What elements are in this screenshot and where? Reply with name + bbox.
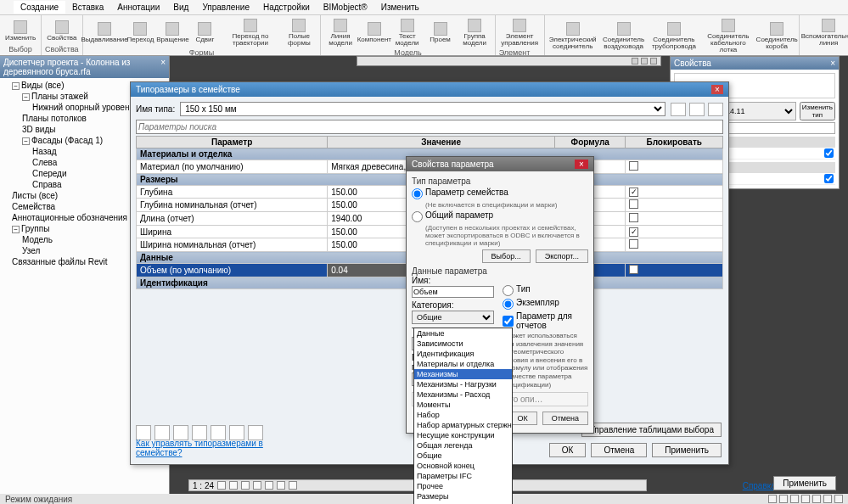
instance-radio[interactable] <box>503 299 514 310</box>
icon[interactable] <box>632 58 638 64</box>
detail-level-icon[interactable] <box>217 481 226 490</box>
ribbon-элемент-управления[interactable]: Элемент управления <box>499 17 541 48</box>
ribbon-выдавливание[interactable]: Выдавливание <box>87 20 123 45</box>
dropdown-option[interactable]: Данные <box>414 328 512 339</box>
cancel-button[interactable]: Отмена <box>542 412 588 425</box>
tab-create[interactable]: Создание <box>14 1 65 14</box>
discipline-select[interactable]: Общие <box>412 311 494 324</box>
visual-style-icon[interactable] <box>229 481 238 490</box>
dropdown-option[interactable]: Основной конец <box>414 461 512 471</box>
col-formula[interactable]: Формула <box>555 137 626 148</box>
dropdown-option[interactable]: Механизмы <box>414 369 512 379</box>
dropdown-option[interactable]: Размеры <box>414 491 512 501</box>
type-radio[interactable] <box>503 285 514 296</box>
col-param[interactable]: Параметр <box>137 137 328 148</box>
ribbon-полые-формы[interactable]: Полые формы <box>282 17 317 48</box>
ribbon-вращение[interactable]: Вращение <box>158 20 187 45</box>
zoom-icon[interactable] <box>834 495 843 503</box>
dropdown-option[interactable]: Механизмы - Расход <box>414 389 512 400</box>
edit-type-button[interactable]: Изменить тип <box>800 102 835 120</box>
show-crop-icon[interactable] <box>277 481 285 490</box>
type-name-label: Имя типа: <box>136 104 175 114</box>
tab-bimobject[interactable]: BIMobject® <box>317 1 374 14</box>
status-text: Режим ожидания <box>5 495 72 504</box>
dropdown-option[interactable]: Несущие конструкции <box>414 430 512 440</box>
lock-icon[interactable] <box>289 481 297 490</box>
select-button[interactable]: Выбор... <box>482 249 531 263</box>
view-tab-bar <box>357 56 661 66</box>
ribbon-группа-модели[interactable]: Группа модели <box>458 17 491 48</box>
icon[interactable] <box>650 58 657 64</box>
ribbon-проем[interactable]: Проем <box>426 20 455 45</box>
tab-manage[interactable]: Управление <box>195 1 256 14</box>
ribbon-соединитель-кабельного-лотка[interactable]: Соединитель кабельного лотка <box>701 17 755 55</box>
help-link[interactable]: Как управлять типоразмерами в семействе? <box>136 439 263 457</box>
scale-label[interactable]: 1 : 24 <box>193 481 214 490</box>
tab-addins[interactable]: Надстройки <box>256 1 317 14</box>
select-pinned-icon[interactable] <box>790 495 799 503</box>
dropdown-option[interactable]: Общая легенда <box>414 440 512 451</box>
ribbon-электрический-соединитель[interactable]: Электрический соединитель <box>548 20 598 52</box>
dropdown-option[interactable]: Механизмы - Нагрузки <box>414 379 512 389</box>
properties-apply-button[interactable]: Применить <box>773 476 836 490</box>
param-search-input[interactable] <box>136 120 723 134</box>
tab-view[interactable]: Вид <box>166 1 195 14</box>
close-icon[interactable]: × <box>160 58 166 76</box>
export-button[interactable]: Экспорт... <box>536 249 588 263</box>
select-underlay-icon[interactable] <box>779 495 788 503</box>
new-type-icon[interactable] <box>671 103 686 116</box>
col-value[interactable]: Значение <box>328 137 555 148</box>
ribbon-вспомогательная-линия[interactable]: Вспомогательная линия <box>803 17 848 48</box>
apply-button[interactable]: Применить <box>652 443 722 457</box>
close-icon[interactable]: × <box>711 85 723 94</box>
ok-button[interactable]: ОК <box>549 443 587 457</box>
select-link-icon[interactable] <box>768 495 777 503</box>
grouping-dropdown[interactable]: ДанныеЗависимостиИдентификацияМатериалы … <box>413 328 513 504</box>
tab-modify[interactable]: Изменить <box>374 1 426 14</box>
ribbon-соединитель-короба[interactable]: Соединитель короба <box>758 20 795 52</box>
dropdown-option[interactable]: Общие <box>414 451 512 461</box>
ribbon-соединитель-воздуховода[interactable]: Соединитель воздуховода <box>601 20 647 52</box>
select-face-icon[interactable] <box>801 495 810 503</box>
delete-type-icon[interactable] <box>708 103 723 116</box>
ribbon-переход-по-траектории[interactable]: Переход по траектории <box>222 17 278 48</box>
ribbon-компонент[interactable]: Компонент <box>360 20 389 45</box>
rename-type-icon[interactable] <box>689 103 705 116</box>
dropdown-option[interactable]: Моменты <box>414 400 512 410</box>
ribbon-линия-модели[interactable]: Линия модели <box>324 17 357 48</box>
dropdown-option[interactable]: Зависимости <box>414 339 512 349</box>
ribbon-соединитель-трубопровода[interactable]: Соединитель трубопровода <box>650 20 699 52</box>
reporting-check[interactable] <box>503 316 514 327</box>
filter-icon[interactable] <box>823 495 832 503</box>
shared-param-radio[interactable] <box>412 211 423 222</box>
ribbon-изменить[interactable]: Изменить <box>3 19 37 43</box>
ribbon-текст-модели[interactable]: Текст модели <box>392 17 423 48</box>
data-section-label: Данные параметра <box>412 266 588 276</box>
cancel-button[interactable]: Отмена <box>591 443 647 457</box>
type-name-select[interactable]: 150 x 150 мм <box>180 102 665 116</box>
drag-icon[interactable] <box>812 495 821 503</box>
crop-icon[interactable] <box>265 481 273 490</box>
browser-title: Диспетчер проекта - Колонна из деревянно… <box>0 56 169 78</box>
type-section-label: Тип параметра <box>412 176 588 186</box>
dropdown-option[interactable]: Набор арматурных стержней <box>414 420 512 430</box>
close-icon[interactable]: × <box>830 59 835 68</box>
family-param-radio[interactable] <box>412 188 423 199</box>
dropdown-option[interactable]: Параметры IFC <box>414 471 512 481</box>
tab-insert[interactable]: Вставка <box>65 1 110 14</box>
dropdown-option[interactable]: Прочее <box>414 481 512 491</box>
manage-lookup-button[interactable]: Управление таблицами выбора <box>581 423 722 437</box>
shadows-icon[interactable] <box>253 481 261 490</box>
ribbon-свойства[interactable]: Свойства <box>45 19 78 43</box>
col-lock[interactable]: Блокировать <box>626 137 723 148</box>
dropdown-option[interactable]: Идентификация <box>414 349 512 359</box>
close-icon[interactable]: × <box>575 160 588 169</box>
dropdown-option[interactable]: Материалы и отделка <box>414 359 512 369</box>
name-input[interactable] <box>412 286 494 298</box>
dropdown-option[interactable]: Набор <box>414 410 512 420</box>
tab-annotate[interactable]: Аннотации <box>110 1 166 14</box>
sun-path-icon[interactable] <box>241 481 250 490</box>
ribbon-переход[interactable]: Переход <box>126 20 154 45</box>
ribbon-сдвиг[interactable]: Сдвиг <box>190 20 219 45</box>
icon[interactable] <box>641 58 648 64</box>
